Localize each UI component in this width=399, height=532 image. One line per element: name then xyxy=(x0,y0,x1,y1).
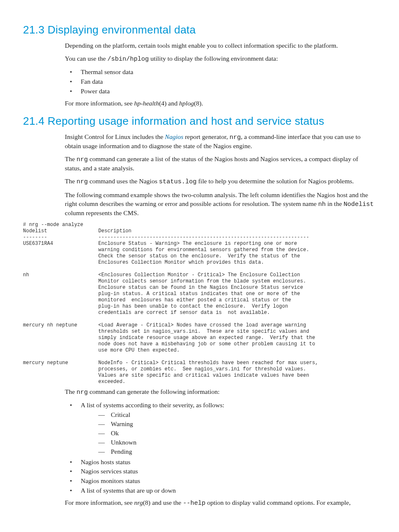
inline-code: nrg xyxy=(77,389,88,396)
nagios-link[interactable]: Nagios xyxy=(165,133,183,140)
list-item: Critical xyxy=(97,411,376,419)
text: in the xyxy=(326,200,344,207)
text: For more information, see xyxy=(65,100,134,107)
list-item: Nagios services status xyxy=(65,467,376,476)
text: (4) and xyxy=(159,100,179,107)
text: For more information, see xyxy=(65,499,134,506)
code-block-nrg-analyze: # nrg --mode analyze Nodelist Descriptio… xyxy=(23,222,376,385)
text: utility to display the following environ… xyxy=(149,55,278,62)
text: (8) and use the xyxy=(143,499,183,506)
text: The xyxy=(65,155,77,162)
list-item: Thermal sensor data xyxy=(65,68,376,77)
paragraph: The nrg command can generate a list of t… xyxy=(65,155,376,173)
paragraph: Insight Control for Linux includes the N… xyxy=(65,133,376,151)
text: A list of systems according to their sev… xyxy=(81,401,224,409)
paragraph: The nrg command can generate the followi… xyxy=(65,388,376,397)
text: column represents the CMS. xyxy=(65,209,139,216)
inline-code: /sbin/hplog xyxy=(107,56,149,63)
paragraph: The nrg command uses the Nagios status.l… xyxy=(65,177,376,186)
section-heading-21-3: 21.3 Displaying environmental data xyxy=(23,23,376,37)
list-item: Fan data xyxy=(65,77,376,86)
text: command can generate the following infor… xyxy=(88,388,220,395)
text: option to display valid command options.… xyxy=(205,499,350,506)
bullet-list: Thermal sensor data Fan data Power data xyxy=(65,68,376,96)
list-item: Ok xyxy=(97,429,376,438)
sub-list: Critical Warning Ok Unknown Pending xyxy=(81,411,376,456)
list-item: A list of systems according to their sev… xyxy=(65,401,376,456)
text: command uses the Nagios xyxy=(88,177,159,185)
manpage-ref: hplog xyxy=(179,100,194,107)
inline-code: nh xyxy=(318,201,326,208)
bullet-list: A list of systems according to their sev… xyxy=(65,401,376,495)
text: The xyxy=(65,388,77,395)
inline-code: nrg xyxy=(77,178,88,185)
list-item: Nagios monitors status xyxy=(65,477,376,486)
text: (8). xyxy=(194,100,203,107)
inline-code: nrg xyxy=(230,134,241,141)
section-21-3-body: Depending on the platform, certain tools… xyxy=(65,41,376,108)
text: The xyxy=(65,177,77,185)
section-heading-21-4: 21.4 Reporting usage information and hos… xyxy=(23,114,376,129)
section-21-4-body: Insight Control for Linux includes the N… xyxy=(65,133,376,218)
inline-code: Nodelist xyxy=(343,201,373,208)
inline-code: nrg xyxy=(77,156,88,163)
paragraph: You can use the /sbin/hplog utility to d… xyxy=(65,54,376,64)
list-item: Nagios hosts status xyxy=(65,458,376,467)
manpage-ref: nrg xyxy=(134,499,143,506)
list-item: Power data xyxy=(65,87,376,96)
paragraph: For more information, see hp-health(4) a… xyxy=(65,99,376,108)
inline-code: --help xyxy=(183,500,205,507)
inline-code: status.log xyxy=(159,178,197,185)
paragraph: The following command example shows the … xyxy=(65,191,376,218)
section-21-4-body-continued: The nrg command can generate the followi… xyxy=(65,388,376,508)
text: file to help you determine the solution … xyxy=(197,177,354,185)
text: command can generate a list of the statu… xyxy=(65,155,358,172)
text: report generator, xyxy=(183,133,229,140)
manpage-ref: hp-health xyxy=(134,100,159,107)
text: You can use the xyxy=(65,55,107,62)
list-item: Warning xyxy=(97,420,376,429)
paragraph: Depending on the platform, certain tools… xyxy=(65,41,376,50)
list-item: A list of systems that are up or down xyxy=(65,486,376,495)
list-item: Pending xyxy=(97,447,376,456)
list-item: Unknown xyxy=(97,438,376,447)
text: Insight Control for Linux includes the xyxy=(65,133,165,140)
paragraph: For more information, see nrg(8) and use… xyxy=(65,499,376,508)
